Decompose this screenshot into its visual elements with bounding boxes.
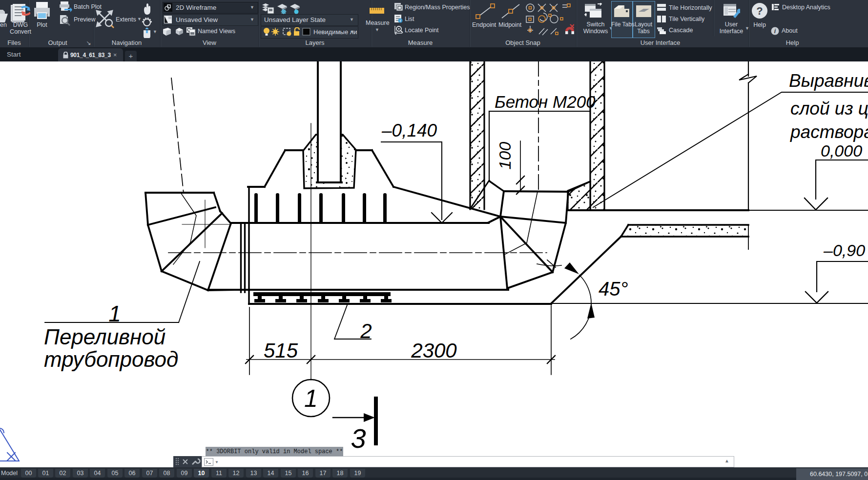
svg-text:3: 3 xyxy=(351,423,366,454)
svg-text:1: 1 xyxy=(108,301,121,326)
svg-text:45°: 45° xyxy=(599,278,628,300)
svg-text:Выравнивающий: Выравнивающий xyxy=(789,71,868,91)
svg-text:слой из цем: слой из цем xyxy=(790,99,868,119)
svg-text:?: ? xyxy=(756,5,763,17)
svg-text:100: 100 xyxy=(496,142,514,170)
svg-text:раствора М: раствора М xyxy=(790,122,868,142)
svg-text:1: 1 xyxy=(304,385,318,412)
svg-text:2300: 2300 xyxy=(411,339,457,362)
svg-text:2: 2 xyxy=(360,320,372,342)
svg-text:–0,90: –0,90 xyxy=(823,241,865,260)
svg-text:0,000: 0,000 xyxy=(821,141,862,160)
svg-text:Переливной: Переливной xyxy=(44,325,165,349)
svg-text:Бетон М200: Бетон М200 xyxy=(495,92,596,111)
svg-text:–0,140: –0,140 xyxy=(381,120,437,140)
svg-text:трубопровод: трубопровод xyxy=(44,347,178,371)
svg-text:515: 515 xyxy=(264,339,298,362)
